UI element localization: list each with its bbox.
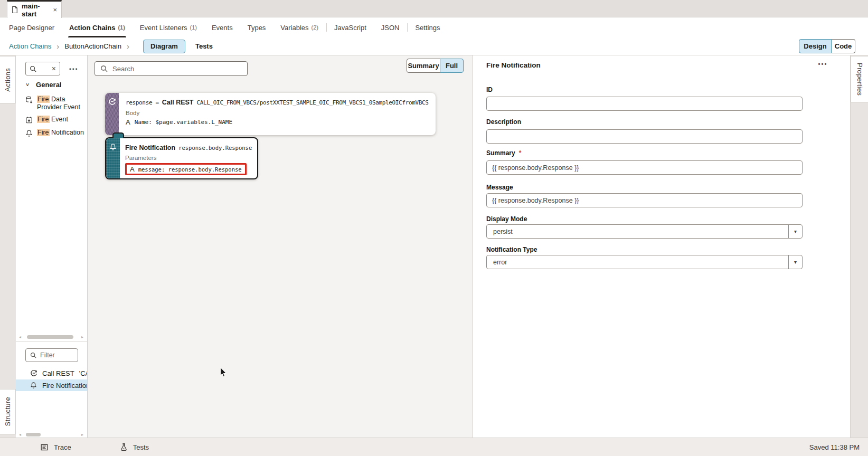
highlighted-parameter-box: A message: response.body.Response (125, 163, 247, 175)
scrollbar-thumb[interactable] (27, 335, 73, 339)
trace-icon (40, 443, 49, 451)
tab-json[interactable]: JSON (381, 17, 400, 37)
call-rest-action-node[interactable]: response = Call REST CALL_OIC_FROM_VBCS/… (105, 93, 436, 135)
tab-count: (1) (118, 24, 125, 31)
diagram-view-button[interactable]: Diagram (143, 40, 185, 53)
chevron-down-icon[interactable]: ▾ (788, 225, 802, 238)
display-mode-select[interactable]: persist ▾ (486, 224, 803, 239)
scroll-left-icon[interactable]: ◂ (19, 433, 21, 437)
message-field[interactable] (486, 193, 803, 207)
rest-icon (30, 369, 37, 377)
design-mode-button[interactable]: Design (799, 39, 832, 53)
structure-panel-tab[interactable]: Structure (0, 389, 16, 434)
palette-horizontal-scrollbar[interactable]: ◂ ▸ (19, 335, 83, 339)
diagram-search-input[interactable] (112, 65, 242, 73)
description-label: Description (486, 118, 521, 126)
code-mode-button[interactable]: Code (832, 39, 855, 53)
notification-type-label: Notification Type (486, 246, 537, 253)
palette-item-fire-notification[interactable]: Fire Notification (25, 129, 84, 137)
tab-action-chains[interactable]: Action Chains(1) (69, 17, 125, 37)
tab-count: (2) (312, 24, 318, 31)
required-asterisk: * (519, 149, 522, 157)
actions-search-input[interactable]: × (25, 62, 60, 75)
file-tab-title: main-start (22, 2, 48, 18)
node-type-strip (106, 138, 120, 178)
mouse-cursor (220, 367, 227, 378)
summary-full-toggle: Summary Full (407, 59, 464, 73)
design-code-toggle: Design Code (799, 39, 855, 53)
diagram-canvas[interactable]: Summary Full response = Call REST CALL_O… (88, 55, 472, 438)
scroll-right-icon[interactable]: ▸ (81, 433, 83, 437)
full-toggle-button[interactable]: Full (440, 59, 464, 73)
palette-item-label: Fire Event (37, 116, 68, 124)
tab-separator (407, 23, 408, 32)
display-mode-label: Display Mode (486, 215, 527, 223)
node-section-label: Body (126, 110, 430, 116)
chevron-down-icon[interactable]: ▾ (788, 255, 802, 269)
left-panel-strip: Actions Structure (0, 55, 16, 438)
tab-events[interactable]: Events (212, 17, 233, 37)
calendar-event-icon (25, 116, 33, 124)
chevron-right-icon: › (56, 42, 59, 51)
bell-icon (109, 143, 117, 178)
scrollbar-thumb[interactable] (26, 433, 41, 436)
id-field[interactable] (486, 97, 803, 111)
summary-field[interactable] (486, 160, 803, 175)
fire-notification-action-node[interactable]: Fire Notification response.body.Response… (105, 137, 258, 179)
breadcrumb-action-chains-link[interactable]: Action Chains (9, 42, 51, 50)
structure-filter-input[interactable] (40, 352, 71, 359)
trace-button[interactable]: Trace (40, 443, 71, 451)
tab-settings[interactable]: Settings (415, 17, 440, 37)
node-parameter: A Name: $page.variables.L_NAME (126, 119, 430, 126)
tab-javascript[interactable]: JavaScript (334, 17, 366, 37)
editor-tabs: Page Designer Action Chains(1) Event Lis… (0, 17, 868, 37)
window-tab-bar: main-start × (0, 0, 868, 17)
general-section-header[interactable]: ∨ General (25, 81, 61, 89)
data-provider-event-icon (25, 96, 33, 111)
tab-variables[interactable]: Variables(2) (280, 17, 318, 37)
save-status: Saved 11:38 PM (809, 443, 860, 451)
properties-overflow-menu-icon[interactable]: ⋯ (815, 58, 831, 70)
tests-view-button[interactable]: Tests (195, 42, 213, 50)
palette-item-fire-data-provider-event[interactable]: Fire Data Provider Event (25, 96, 84, 111)
right-panel-strip: Properties (850, 55, 868, 438)
open-file-tab-main-start[interactable]: main-start × (7, 0, 62, 18)
tab-separator (326, 23, 327, 32)
properties-title: Fire Notification (486, 61, 541, 69)
search-icon (30, 65, 36, 72)
actions-panel-tab[interactable]: Actions (0, 56, 16, 103)
structure-row-fire-notification[interactable]: Fire Notification (16, 379, 87, 391)
string-type-icon: A (130, 166, 135, 173)
structure-row-call-rest[interactable]: Call REST 'CALL (16, 367, 87, 379)
tab-types[interactable]: Types (248, 17, 266, 37)
tab-count: (1) (190, 24, 196, 31)
notification-type-select[interactable]: error ▾ (486, 255, 803, 269)
id-label: ID (486, 86, 493, 93)
rest-icon (108, 98, 116, 135)
scroll-right-icon[interactable]: ▸ (81, 335, 83, 339)
palette-item-label: Fire Data Provider Event (37, 96, 84, 111)
palette-item-label: Fire Notification (37, 129, 84, 137)
actions-palette: × ⋯ ∨ General Fire Data Provider Event F… (16, 55, 88, 438)
scroll-left-icon[interactable]: ◂ (19, 335, 21, 339)
description-field[interactable] (486, 129, 803, 144)
breadcrumb-current-page: ButtonActionChain (64, 42, 121, 50)
tests-button[interactable]: Tests (120, 443, 149, 451)
node-section-label: Parameters (125, 155, 252, 161)
string-type-icon: A (126, 119, 130, 126)
diagram-search-input-wrap[interactable] (95, 61, 248, 76)
close-tab-icon[interactable]: × (53, 6, 57, 14)
summary-toggle-button[interactable]: Summary (407, 59, 440, 73)
structure-filter-input-wrap[interactable] (25, 348, 78, 362)
properties-panel-tab[interactable]: Properties (851, 56, 868, 102)
clear-search-icon[interactable]: × (52, 65, 56, 72)
search-icon (100, 65, 108, 72)
summary-label: Summary* (486, 149, 521, 157)
node-connector-tab (112, 132, 124, 138)
tab-page-designer[interactable]: Page Designer (9, 17, 54, 37)
tab-event-listeners[interactable]: Event Listeners(1) (140, 17, 197, 37)
breadcrumb: Action Chains › ButtonActionChain › Diag… (0, 37, 868, 55)
structure-horizontal-scrollbar[interactable]: ◂ ▸ (19, 432, 83, 437)
actions-overflow-menu-icon[interactable]: ⋯ (67, 62, 80, 75)
palette-item-fire-event[interactable]: Fire Event (25, 116, 84, 124)
